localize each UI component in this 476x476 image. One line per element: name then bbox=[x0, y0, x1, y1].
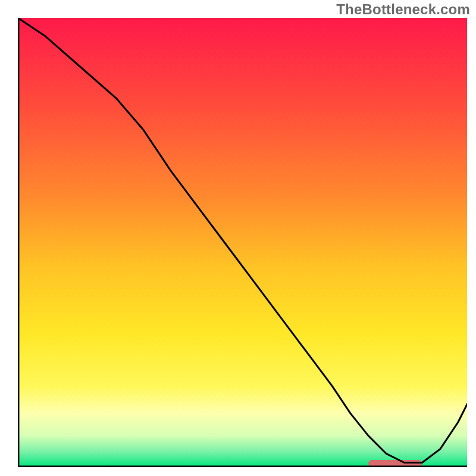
watermark-text: TheBottleneck.com bbox=[336, 1, 470, 18]
chart-container: TheBottleneck.com bbox=[0, 0, 476, 476]
plot-area bbox=[18, 18, 467, 467]
chart-svg bbox=[18, 18, 467, 467]
gradient-background bbox=[18, 18, 467, 467]
